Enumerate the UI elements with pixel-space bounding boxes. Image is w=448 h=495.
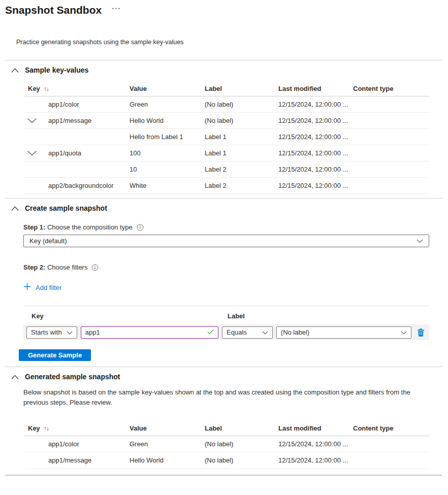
chevron-down-icon [401, 328, 407, 336]
section-divider [5, 60, 443, 60]
chevron-down-icon [67, 328, 73, 336]
column-header-key[interactable]: Key↑↓ [24, 424, 130, 432]
table-header-row: Key↑↓ValueLabelLast modifiedContent type [24, 421, 429, 436]
column-header: Last modified [278, 85, 353, 92]
generated-snapshot-section-header: Generated sample snapshot [11, 373, 448, 381]
cell-last-modified: 12/15/2024, 12:00:00 ... [278, 182, 353, 189]
collapse-chevron-icon[interactable] [11, 205, 19, 211]
page-header: Snapshot Sandbox ··· [5, 3, 448, 17]
table-header-row: Key↑↓ValueLabelLast modifiedContent type [24, 81, 429, 96]
cell-label: (No label) [205, 117, 278, 124]
filter-column-headers: Key Label [31, 312, 448, 320]
section-title: Create sample snapshot [25, 204, 107, 212]
label-value-select[interactable]: (No label) [276, 326, 411, 339]
cell-key: app1/message [48, 456, 130, 464]
filter-key-header: Key [31, 312, 228, 320]
cell-label: Label 1 [205, 149, 278, 157]
filter-row: Starts with Equals (No label) [23, 324, 429, 340]
step2-text: Step 2: Choose filters [23, 263, 87, 271]
delete-filter-button[interactable] [415, 326, 426, 339]
filter-label-header: Label [228, 312, 245, 320]
column-header-key[interactable]: Key↑↓ [24, 85, 130, 92]
row-expander-cell [24, 118, 48, 123]
table-row: app1/messageHello World(No label)12/15/2… [24, 452, 429, 469]
column-header: Label [205, 424, 278, 432]
sample-keyvalues-table: Key↑↓ValueLabelLast modifiedContent type… [24, 81, 429, 194]
label-value: (No label) [281, 328, 309, 336]
info-icon[interactable] [137, 224, 144, 231]
cell-last-modified: 12/15/2024, 12:00:00 ... [278, 133, 353, 141]
page-title: Snapshot Sandbox [5, 3, 102, 17]
column-header: Last modified [278, 424, 353, 432]
cell-label: (No label) [205, 456, 278, 464]
cell-key: app1/quota [48, 149, 130, 157]
cell-value: Hello World [130, 456, 205, 464]
composition-type-value: Key (default) [29, 237, 67, 245]
column-header: Label [205, 85, 278, 92]
step1-label: Step 1: Choose the composition type [23, 223, 448, 231]
cell-value: 100 [130, 149, 205, 157]
cell-key: app1/color [48, 440, 130, 448]
cell-value: Green [130, 440, 205, 448]
more-options-icon[interactable]: ··· [112, 5, 121, 13]
cell-last-modified: 12/15/2024, 12:00:00 ... [278, 101, 353, 108]
table-row: 10Label 212/15/2024, 12:00:00 ... [24, 161, 429, 178]
sort-icon: ↑↓ [44, 425, 49, 432]
filter-table-divider [23, 306, 429, 306]
cell-value: Hello from Label 1 [130, 133, 205, 141]
cell-value: Hello World [130, 117, 205, 124]
trash-icon [417, 328, 425, 337]
add-filter-button[interactable]: Add filter [23, 283, 61, 292]
cell-key: app1/message [48, 117, 130, 124]
table-row: Hello from Label 1Label 112/15/2024, 12:… [24, 129, 429, 145]
chevron-down-icon [262, 328, 268, 336]
composition-type-select[interactable]: Key (default) [23, 235, 429, 247]
cell-key: app1/color [48, 101, 130, 108]
column-header: Value [130, 85, 205, 92]
cell-value: Green [130, 101, 205, 108]
sort-icon: ↑↓ [44, 85, 49, 92]
plus-icon [23, 283, 31, 292]
column-header-key-label: Key [28, 424, 40, 432]
key-operator-value: Starts with [31, 328, 62, 336]
cell-value: 10 [130, 166, 205, 173]
create-snapshot-section-header: Create sample snapshot [11, 204, 448, 212]
bottom-divider [5, 475, 442, 476]
cell-last-modified: 12/15/2024, 12:00:00 ... [278, 440, 353, 448]
key-filter-input[interactable] [85, 328, 204, 336]
page-description: Practice generating snapshots using the … [16, 39, 448, 46]
section-title: Generated sample snapshot [25, 373, 120, 381]
section-divider [5, 367, 443, 367]
expand-chevron-icon[interactable] [27, 150, 37, 156]
column-header-key-label: Key [28, 85, 40, 92]
add-filter-label: Add filter [36, 284, 61, 291]
cell-last-modified: 12/15/2024, 12:00:00 ... [278, 456, 353, 464]
cell-label: (No label) [205, 101, 278, 108]
row-expander-cell [24, 150, 48, 156]
key-filter-input-wrap [81, 326, 218, 339]
generated-snapshot-table: Key↑↓ValueLabelLast modifiedContent type… [24, 421, 429, 469]
label-operator-select[interactable]: Equals [222, 326, 273, 339]
column-header: Content type [353, 85, 429, 92]
cell-last-modified: 12/15/2024, 12:00:00 ... [278, 117, 353, 124]
section-title: Sample key-values [25, 66, 88, 74]
section-divider [5, 198, 443, 199]
cell-key: app2/backgroundcolor [48, 182, 130, 189]
table-row: app1/messageHello World(No label)12/15/2… [24, 113, 429, 129]
cell-label: (No label) [205, 440, 278, 448]
key-operator-select[interactable]: Starts with [26, 326, 77, 339]
generate-sample-button[interactable]: Generate Sample [19, 349, 91, 361]
cell-label: Label 1 [205, 133, 278, 141]
column-header: Content type [353, 424, 429, 432]
chevron-down-icon [417, 237, 423, 245]
expand-chevron-icon[interactable] [27, 118, 37, 123]
table-row: app1/colorGreen(No label)12/15/2024, 12:… [24, 96, 429, 113]
collapse-chevron-icon[interactable] [11, 67, 19, 73]
info-icon[interactable] [91, 264, 99, 271]
cell-label: Label 2 [205, 166, 278, 173]
column-header: Value [130, 424, 205, 432]
table-row: app1/quota100Label 112/15/2024, 12:00:00… [24, 145, 429, 161]
sample-keyvalues-section-header: Sample key-values [11, 66, 448, 74]
table-row: app1/colorGreen(No label)12/15/2024, 12:… [24, 436, 429, 452]
collapse-chevron-icon[interactable] [11, 374, 19, 380]
